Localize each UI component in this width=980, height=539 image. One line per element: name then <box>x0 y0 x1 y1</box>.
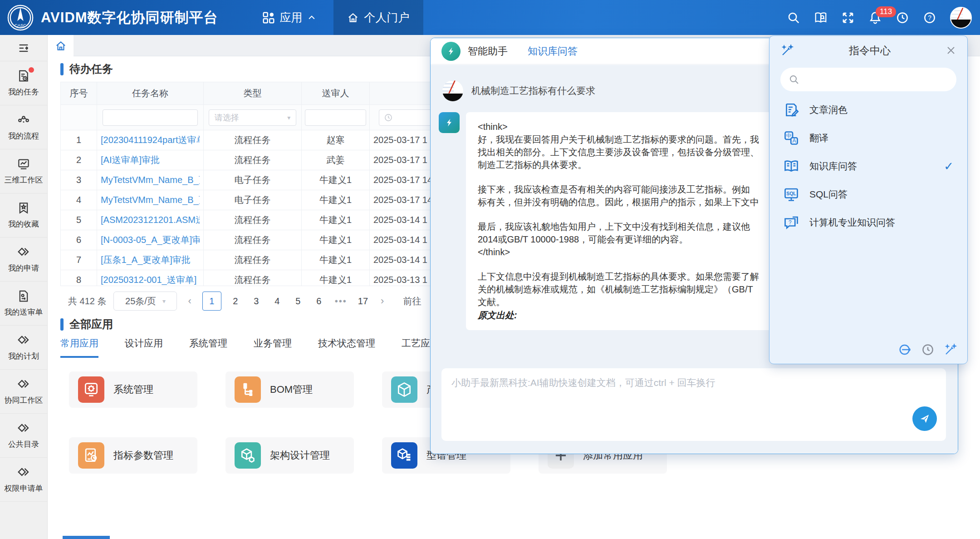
next-page-button[interactable]: › <box>377 295 387 307</box>
app-tile-bom-mgmt[interactable]: BOM管理 <box>225 371 354 408</box>
svg-text:?: ? <box>928 15 931 21</box>
page-title: AVIDM数字化协同研制平台 <box>41 8 218 27</box>
tab-design-apps[interactable]: 设计应用 <box>125 337 163 358</box>
page-button-4[interactable]: 4 <box>270 293 284 309</box>
sidebar-item-my-favorites[interactable]: 我的收藏 <box>0 193 47 237</box>
help-icon[interactable]: ? <box>923 11 936 25</box>
task-link[interactable]: [N-0003-05_A_更改单]审批 <box>101 234 200 246</box>
command-item-polish[interactable]: 文章润色 <box>769 96 967 124</box>
pagination-bar: 共 412 条 25条/页 ▾ ‹ 1 2 3 4 5 6 ••• 17 › 前… <box>68 292 421 311</box>
history-clock-icon[interactable] <box>896 11 909 25</box>
sidebar-item-my-review-sheets[interactable]: 我的送审单 <box>0 282 47 326</box>
tab-business-mgmt[interactable]: 业务管理 <box>254 337 292 358</box>
sidebar-item-my-applications[interactable]: 我的申请 <box>0 237 47 282</box>
home-tab[interactable] <box>48 35 74 56</box>
sidebar-item-3d-workspace[interactable]: 三维工作区 <box>0 149 47 193</box>
task-link[interactable]: [ASM2023121201.ASM送 <box>101 214 200 226</box>
close-icon[interactable] <box>946 45 956 56</box>
user-avatar[interactable] <box>950 7 972 29</box>
page-size-select[interactable]: 25条/页 ▾ <box>113 292 177 311</box>
app-tile-architecture-design[interactable]: 架构设计管理 <box>225 437 354 474</box>
clear-context-icon[interactable] <box>898 343 912 356</box>
diamond-chevron-icon <box>17 333 30 347</box>
page-button-17[interactable]: 17 <box>356 293 370 309</box>
check-icon: ✓ <box>944 159 954 173</box>
sidebar-item-my-flows[interactable]: 我的流程 <box>0 105 47 149</box>
command-footer-actions <box>898 343 957 356</box>
sidebar-item-public-directory[interactable]: 公共目录 <box>0 414 47 458</box>
filter-empty-cell <box>61 105 97 130</box>
page-button-2[interactable]: 2 <box>229 293 242 309</box>
nav-personal-portal[interactable]: 个人门户 <box>333 0 423 35</box>
nav-apps-menu[interactable]: 应用 <box>250 0 328 35</box>
home-icon <box>347 12 359 24</box>
bottom-scroll-indicator <box>63 536 110 539</box>
page-button-6[interactable]: 6 <box>312 293 326 309</box>
sidebar-item-permission-request[interactable]: 权限申请单 <box>0 458 47 502</box>
chevron-down-icon: ▾ <box>287 114 290 121</box>
todo-section-title: 待办任务 <box>69 62 113 76</box>
chat-history-icon[interactable] <box>921 343 935 356</box>
user-message-avatar <box>442 80 463 101</box>
command-item-cs-qa[interactable]: ? 计算机专业知识问答 <box>769 208 967 237</box>
task-link[interactable]: MyTetstVMm_Name_B_更 <box>101 174 200 186</box>
flow-nodes-icon <box>17 113 30 127</box>
diamond-chevron-icon <box>17 421 30 435</box>
send-button[interactable] <box>912 406 937 431</box>
page-ellipsis[interactable]: ••• <box>333 293 349 309</box>
chat-mode-tab[interactable]: 知识库问答 <box>528 45 578 58</box>
apps-section-header: 全部应用 <box>60 317 113 331</box>
knowledge-book-icon[interactable] <box>814 11 828 25</box>
prev-page-button[interactable]: ‹ <box>184 295 195 307</box>
chevron-down-icon: ▾ <box>162 297 166 305</box>
chat-input-container <box>441 368 946 441</box>
tab-process-apps[interactable]: 工艺应 <box>402 337 430 358</box>
magic-wand-icon[interactable] <box>944 343 957 356</box>
tab-common-apps[interactable]: 常用应用 <box>60 337 98 358</box>
command-item-translate[interactable]: 中A 翻译 <box>769 124 967 152</box>
type-filter-select[interactable]: 请选择 ▾ <box>209 109 297 126</box>
casc-logo: CASC <box>6 4 34 32</box>
tab-system-mgmt[interactable]: 系统管理 <box>189 337 227 358</box>
chevron-up-icon <box>307 13 316 22</box>
pagination-total: 共 412 条 <box>68 295 106 307</box>
task-link[interactable]: MyTetstVMm_Name_B_更 <box>101 194 200 206</box>
sender-filter-input[interactable] <box>305 109 366 126</box>
svg-text:?: ? <box>789 219 792 226</box>
magic-wand-icon <box>780 44 794 57</box>
cube-list-icon <box>391 442 417 469</box>
task-link[interactable]: [202304111924part送审单 <box>101 134 200 146</box>
page-button-1[interactable]: 1 <box>202 292 221 311</box>
user-message-text: 机械制造工艺指标有什么要求 <box>471 84 595 97</box>
task-link[interactable]: [压条1_A_更改单]审批 <box>101 254 191 266</box>
task-link[interactable]: [20250312-001_送审单] <box>101 274 196 286</box>
chat-input[interactable] <box>441 368 946 441</box>
app-tile-indicator-params[interactable]: 指标参数管理 <box>69 437 197 474</box>
sidebar-item-my-plans[interactable]: 我的计划 <box>0 326 47 370</box>
sidebar-collapse-button[interactable] <box>0 35 47 61</box>
assistant-logo <box>441 42 461 61</box>
app-tile-system-mgmt[interactable]: 系统管理 <box>69 371 197 408</box>
command-item-sql-qa[interactable]: SQL SQL问答 <box>769 180 967 208</box>
col-header-sender: 送审人 <box>302 82 370 105</box>
command-search-box[interactable] <box>780 68 956 91</box>
command-item-knowledge-qa[interactable]: 知识库问答 ✓ <box>769 152 967 180</box>
translate-icon: 中A <box>783 130 799 146</box>
search-icon[interactable] <box>787 11 800 25</box>
chart-doc-icon <box>78 442 104 469</box>
apps-grid-icon <box>262 11 275 25</box>
type-filter-placeholder: 请选择 <box>215 112 239 123</box>
page-button-3[interactable]: 3 <box>250 293 263 309</box>
page-button-5[interactable]: 5 <box>291 293 305 309</box>
section-accent-bar <box>60 318 64 331</box>
fullscreen-icon[interactable] <box>841 11 855 25</box>
notifications-bell-icon[interactable]: 113 <box>868 11 882 25</box>
task-name-filter-input[interactable] <box>103 109 198 126</box>
command-search-input[interactable] <box>804 74 948 85</box>
sidebar-item-collab-workspace[interactable]: 协同工作区 <box>0 370 47 414</box>
assistant-name: 智能助手 <box>468 45 508 58</box>
sidebar-item-my-tasks[interactable]: 我的任务 <box>0 61 47 105</box>
tab-tech-state-mgmt[interactable]: 技术状态管理 <box>318 337 375 358</box>
task-link[interactable]: [AI送审单]审批 <box>101 154 160 166</box>
diamond-chevron-icon <box>17 245 30 259</box>
